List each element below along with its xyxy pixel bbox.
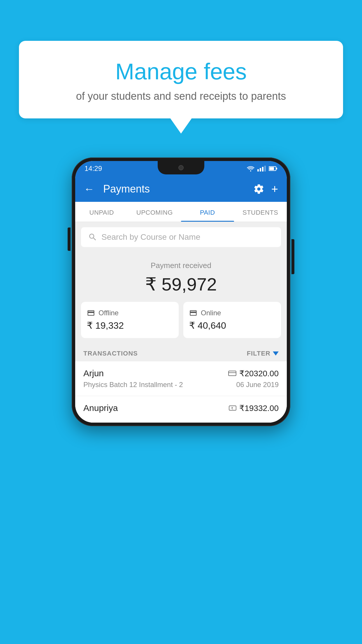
wifi-icon bbox=[247, 166, 254, 172]
offline-card: Offline ₹ 19,332 bbox=[81, 302, 179, 338]
hero-section: Manage fees of your students and send re… bbox=[19, 41, 343, 118]
camera-dot bbox=[178, 165, 184, 170]
transaction-amount-row: ₹20320.00 bbox=[228, 369, 279, 378]
svg-rect-3 bbox=[269, 167, 274, 170]
transaction-item[interactable]: Anupriya ₹ ₹19332.00 bbox=[75, 396, 287, 423]
rupee-payment-icon: ₹ bbox=[229, 405, 236, 411]
payment-cards: Offline ₹ 19,332 Online ₹ 40,640 bbox=[81, 302, 281, 338]
add-button[interactable]: + bbox=[271, 183, 278, 195]
phone-outer: 14:29 bbox=[72, 158, 290, 426]
gear-icon[interactable] bbox=[253, 183, 264, 195]
status-icons bbox=[247, 166, 277, 172]
hero-title: Manage fees bbox=[34, 58, 328, 85]
online-label: Online bbox=[201, 309, 221, 317]
online-icon bbox=[189, 309, 197, 317]
card-payment-icon bbox=[228, 370, 236, 377]
transaction-amount-row: ₹ ₹19332.00 bbox=[229, 403, 279, 413]
status-time: 14:29 bbox=[85, 164, 102, 173]
offline-icon bbox=[87, 309, 95, 317]
payment-summary: Payment received ₹ 59,972 Offline ₹ 19,3… bbox=[75, 252, 287, 344]
speech-bubble: Manage fees of your students and send re… bbox=[19, 41, 343, 118]
search-box[interactable]: Search by Course or Name bbox=[81, 227, 281, 247]
tabs-bar: UNPAID UPCOMING PAID STUDENTS bbox=[75, 202, 287, 222]
app-bar: ← Payments + bbox=[75, 176, 287, 202]
battery-icon bbox=[269, 166, 277, 171]
transaction-row1: Anupriya ₹ ₹19332.00 bbox=[83, 403, 279, 413]
back-button[interactable]: ← bbox=[84, 183, 94, 195]
payment-received-label: Payment received bbox=[81, 261, 281, 270]
filter-button[interactable]: FILTER bbox=[247, 350, 279, 357]
transactions-label: TRANSACTIONS bbox=[83, 350, 138, 357]
search-icon bbox=[88, 232, 97, 242]
transaction-name: Anupriya bbox=[83, 403, 118, 413]
svg-rect-4 bbox=[229, 371, 236, 376]
filter-label: FILTER bbox=[247, 350, 270, 357]
phone-screen: 14:29 bbox=[75, 161, 287, 423]
offline-card-header: Offline bbox=[87, 309, 173, 317]
search-container: Search by Course or Name bbox=[75, 222, 287, 252]
app-bar-actions: + bbox=[253, 183, 278, 195]
svg-point-0 bbox=[250, 170, 251, 172]
page-title: Payments bbox=[103, 183, 247, 195]
phone-mockup: 14:29 bbox=[72, 158, 290, 426]
transaction-amount: ₹20320.00 bbox=[239, 369, 279, 378]
svg-rect-2 bbox=[276, 168, 277, 169]
svg-text:₹: ₹ bbox=[231, 407, 233, 410]
transaction-name: Arjun bbox=[83, 368, 104, 378]
tab-upcoming[interactable]: UPCOMING bbox=[128, 202, 181, 222]
transaction-row1: Arjun ₹20320.00 bbox=[83, 368, 279, 378]
tab-students[interactable]: STUDENTS bbox=[234, 202, 287, 222]
transaction-item[interactable]: Arjun ₹20320.00 Physics Batch 12 Install… bbox=[75, 361, 287, 396]
transaction-date: 06 June 2019 bbox=[236, 381, 279, 389]
phone-notch bbox=[158, 161, 204, 174]
online-amount: ₹ 40,640 bbox=[189, 320, 275, 331]
online-card-header: Online bbox=[189, 309, 275, 317]
transactions-header: TRANSACTIONS FILTER bbox=[75, 344, 287, 361]
offline-label: Offline bbox=[99, 309, 119, 317]
transaction-amount: ₹19332.00 bbox=[239, 403, 279, 413]
tab-paid[interactable]: PAID bbox=[181, 202, 234, 222]
hero-subtitle: of your students and send receipts to pa… bbox=[34, 90, 328, 102]
payment-total-amount: ₹ 59,972 bbox=[81, 274, 281, 295]
tab-unpaid[interactable]: UNPAID bbox=[75, 202, 128, 222]
signal-icon bbox=[257, 166, 266, 172]
transaction-course: Physics Batch 12 Installment - 2 bbox=[83, 381, 183, 389]
offline-amount: ₹ 19,332 bbox=[87, 320, 173, 331]
transaction-row2: Physics Batch 12 Installment - 2 06 June… bbox=[83, 381, 279, 389]
search-input[interactable]: Search by Course or Name bbox=[101, 232, 200, 242]
online-card: Online ₹ 40,640 bbox=[183, 302, 281, 338]
filter-icon bbox=[273, 351, 279, 356]
